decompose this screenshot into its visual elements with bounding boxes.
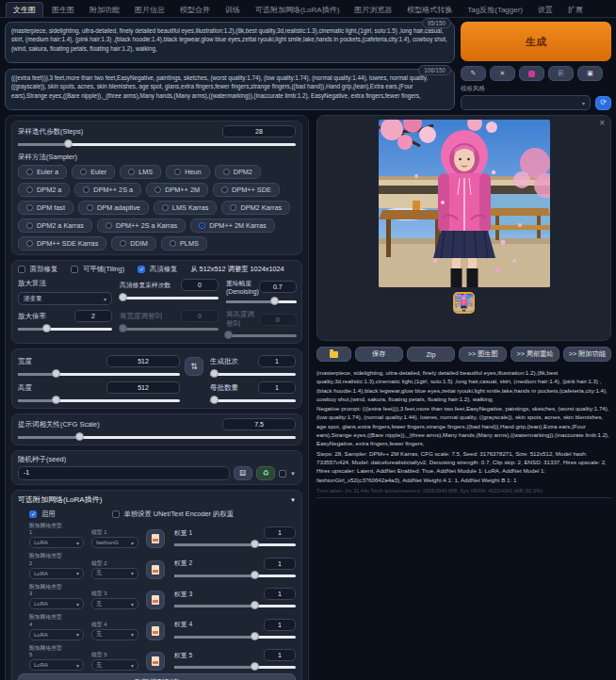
lora-weight-slider[interactable] [174, 572, 296, 579]
tab-12[interactable]: 扩展 [561, 3, 590, 17]
lora-model-select[interactable]: 无▾ [91, 659, 138, 671]
width-group: 宽度512 [18, 355, 180, 378]
hires-fix-checkbox[interactable]: 高清修复 [138, 265, 177, 274]
sampler-option-lms[interactable]: LMS [120, 165, 161, 179]
lora-model-select[interactable]: 无▾ [91, 629, 138, 640]
sampler-option-heun[interactable]: Heun [166, 165, 209, 179]
lora-weight-slider[interactable] [174, 633, 296, 640]
zip-button[interactable]: Zip [407, 347, 455, 362]
sampler-option-dpm-2s-a[interactable]: DPM++ 2S a [74, 183, 141, 197]
sampler-option-ddim[interactable]: DDIM [111, 236, 156, 251]
tab-2[interactable]: 图生图 [45, 3, 81, 17]
reuse-seed-button[interactable]: ♻ [256, 466, 275, 480]
paste-params-button[interactable]: ✎ [461, 66, 486, 81]
lora-browse-button[interactable] [146, 591, 165, 609]
width-slider[interactable] [18, 370, 180, 378]
swap-dimensions-button[interactable]: ⇅ [185, 357, 203, 376]
tab-5[interactable]: 模型合并 [173, 3, 217, 17]
style-refresh-button[interactable]: ⟳ [595, 96, 611, 110]
lora-weight-slider[interactable] [174, 602, 296, 609]
lora-browse-button[interactable] [146, 652, 165, 671]
sampler-option-dpm-2m[interactable]: DPM++ 2M [146, 183, 208, 197]
lora-type-select[interactable]: LoRA▾ [29, 629, 84, 640]
lora-weight-value[interactable]: 1 [264, 558, 296, 570]
clear-prompt-button[interactable]: ✕ [490, 66, 515, 81]
upscale-by-slider[interactable] [18, 325, 112, 332]
negative-prompt-input[interactable]: (((extra feet))),3 feet,more than two fe… [5, 69, 455, 110]
sampler-option-dpm-2m-karras[interactable]: DPM++ 2M Karras [190, 219, 274, 233]
lora-model-select[interactable]: 无▾ [91, 568, 138, 579]
refresh-models-button[interactable]: 刷新模型列表 [18, 673, 296, 680]
lora-type-select[interactable]: LoRA▾ [29, 659, 84, 671]
restore-faces-checkbox[interactable]: 面部修复 [18, 265, 57, 274]
tab-10[interactable]: Tag反推(Tagger) [461, 3, 529, 17]
sampler-option-euler-a[interactable]: Euler a [18, 165, 67, 179]
tab-11[interactable]: 设置 [531, 3, 559, 17]
lora-browse-button[interactable] [146, 622, 165, 640]
lora-weight-value[interactable]: 1 [264, 588, 296, 600]
sampler-option-dpm-fast[interactable]: DPM fast [18, 201, 73, 215]
lora-enable-checkbox[interactable]: 启用 [29, 510, 56, 519]
lora-weight-slider[interactable] [174, 541, 296, 548]
style-select[interactable]: ▾ [461, 95, 591, 110]
close-icon[interactable]: × [599, 118, 605, 128]
denoising-slider[interactable] [226, 298, 297, 305]
tab-3[interactable]: 附加功能 [83, 3, 126, 17]
extra-seed-checkbox[interactable] [279, 470, 286, 478]
positive-prompt-input[interactable]: (masterpiece, sidelighting, ultra-detail… [5, 22, 455, 63]
lora-browse-button[interactable] [146, 560, 165, 579]
sampler-option-lms-karras[interactable]: LMS Karras [154, 201, 218, 215]
lora-browse-button[interactable] [146, 529, 165, 548]
lora-type-select[interactable]: LoRA▾ [29, 568, 84, 579]
tab-6[interactable]: 训练 [219, 3, 247, 17]
generate-button[interactable]: 生成 [461, 22, 611, 61]
open-folder-button[interactable] [316, 347, 351, 362]
lora-model-select[interactable]: 无▾ [91, 598, 138, 609]
sampler-option-dpm-sde[interactable]: DPM++ SDE [213, 183, 280, 197]
save-button[interactable]: 保存 [355, 347, 403, 362]
tiling-checkbox[interactable]: 可平铺(Tiling) [71, 265, 124, 274]
batch-count-slider[interactable] [210, 370, 296, 378]
tab-9[interactable]: 模型格式转换 [400, 3, 459, 17]
lora-weight-value[interactable]: 1 [264, 619, 296, 631]
send-to-inpaint-button[interactable]: >> 局部重绘 [511, 347, 559, 362]
sampler-option-dpm-2s-a-karras[interactable]: DPM++ 2S a Karras [97, 219, 186, 233]
height-slider[interactable] [18, 397, 180, 404]
sampler-option-plms[interactable]: PLMS [161, 236, 207, 251]
gallery-thumbnail[interactable] [453, 292, 475, 314]
random-seed-button[interactable]: ⚄ [234, 466, 252, 480]
sampler-option-dpm2-karras[interactable]: DPM2 Karras [221, 201, 290, 215]
sampler-option-euler[interactable]: Euler [72, 165, 115, 179]
sampler-option-dpm-sde-karras[interactable]: DPM++ SDE Karras [18, 236, 106, 251]
batch-size-slider[interactable] [210, 397, 296, 404]
lora-model-select[interactable]: fashionG▾ [91, 537, 138, 548]
tab-1[interactable]: 文生图 [6, 2, 43, 17]
steps-slider[interactable] [18, 140, 296, 148]
tab-4[interactable]: 图片信息 [128, 3, 171, 17]
sampler-option-label: PLMS [180, 239, 199, 248]
sampler-option-dpm2-a-karras[interactable]: DPM2 a Karras [18, 219, 92, 233]
generated-image[interactable] [379, 120, 550, 287]
lora-type-select[interactable]: LoRA▾ [29, 537, 84, 548]
save-style-button[interactable]: ▣ [577, 66, 603, 81]
lora-separate-weights-checkbox[interactable]: 单独设置 UNet/Text Encoder 的权重 [112, 510, 234, 519]
sampler-option-dpm2-a[interactable]: DPM2 a [18, 183, 70, 197]
lora-type-select[interactable]: LoRA▾ [29, 598, 84, 609]
cfg-slider[interactable] [18, 433, 296, 441]
lora-weight-slider[interactable] [174, 663, 296, 671]
upscaler-select[interactable]: 潜变量▾ [18, 292, 112, 305]
steps-value[interactable]: 28 [222, 125, 296, 138]
tab-8[interactable]: 图片浏览器 [348, 3, 398, 17]
lora-weight-value[interactable]: 1 [264, 526, 296, 539]
hires-steps-slider[interactable] [120, 294, 219, 301]
lora-weight-value[interactable]: 1 [264, 649, 296, 661]
extra-networks-button[interactable] [519, 66, 544, 81]
send-to-img2img-button[interactable]: >> 图生图 [459, 347, 507, 362]
apply-style-button[interactable]: ⎘ [548, 66, 574, 81]
tab-7[interactable]: 可选附加网络(LoRA插件) [249, 3, 346, 17]
sampler-option-dpm2[interactable]: DPM2 [215, 165, 261, 179]
sampler-option-dpm-adaptive[interactable]: DPM adaptive [78, 201, 149, 215]
send-to-extras-button[interactable]: >> 附加功能 [563, 347, 611, 362]
seed-input[interactable]: -1 [18, 466, 230, 480]
lora-accordion-header[interactable]: 可选附加网络(LoRA插件)▼ [18, 494, 296, 505]
